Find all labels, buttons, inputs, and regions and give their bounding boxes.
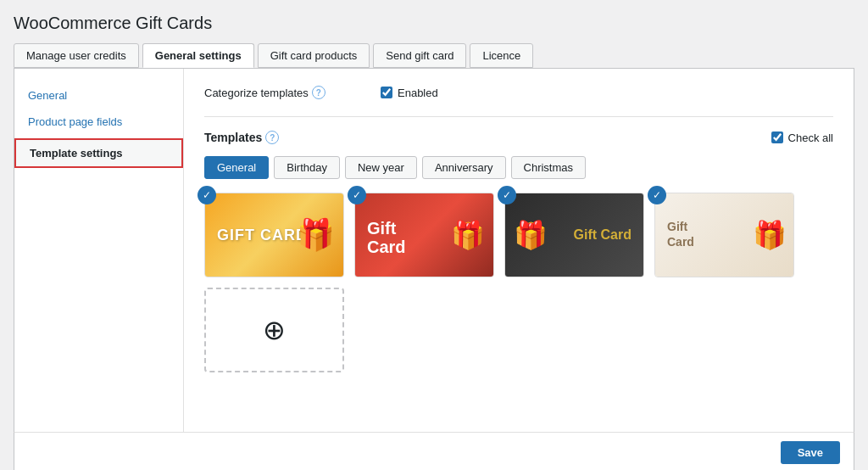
tab-general-settings[interactable]: General settings: [142, 43, 254, 68]
cat-btn-new-year[interactable]: New year: [345, 156, 417, 179]
card-yellow: GIFT CARD 🎁: [205, 193, 343, 277]
check-all-text: Check all: [788, 131, 833, 144]
card-red: GiftCard 🎁: [355, 193, 493, 277]
categorize-templates-row: Categorize templates ? Enabled: [204, 86, 833, 99]
tabs-bar: Manage user credits General settings Gif…: [14, 43, 854, 68]
card-inner-3: 🎁 Gift Card: [504, 193, 644, 277]
tab-licence[interactable]: Licence: [470, 43, 533, 68]
main-panel: General Product page fields Template set…: [14, 68, 854, 433]
sidebar: General Product page fields Template set…: [14, 69, 184, 432]
content-area: Categorize templates ? Enabled Templates…: [184, 69, 854, 432]
page-title: WooCommerce Gift Cards: [14, 14, 854, 33]
sidebar-item-general[interactable]: General: [14, 82, 183, 109]
add-card-button[interactable]: ⊕: [204, 288, 344, 372]
card-inner-2: GiftCard 🎁: [354, 193, 494, 277]
gift-bow-cream-icon: 🎁: [753, 219, 787, 251]
category-tabs: General Birthday New year Anniversary Ch…: [204, 156, 833, 179]
check-all-label[interactable]: Check all: [771, 131, 833, 144]
add-card-icon: ⊕: [263, 314, 286, 346]
cat-btn-birthday[interactable]: Birthday: [274, 156, 340, 179]
card-dark-text: Gift Card: [574, 227, 632, 243]
card-item-2[interactable]: ✓ GiftCard 🎁: [354, 193, 494, 277]
cat-btn-general[interactable]: General: [204, 156, 269, 179]
categorize-templates-help-icon[interactable]: ?: [312, 86, 326, 99]
enabled-label: Enabled: [398, 87, 438, 99]
cat-btn-anniversary[interactable]: Anniversary: [422, 156, 506, 179]
templates-header: Templates ? Check all: [204, 131, 833, 144]
sidebar-item-product-page-fields[interactable]: Product page fields: [14, 109, 183, 135]
gift-bow-red-icon: 🎁: [451, 219, 485, 251]
cards-grid: ✓ GIFT CARD 🎁 ✓ GiftCard 🎁: [204, 193, 833, 372]
categorize-templates-label: Categorize templates ?: [204, 86, 374, 99]
enabled-checkbox-label[interactable]: Enabled: [381, 87, 438, 99]
card-inner-1: GIFT CARD 🎁: [204, 193, 344, 277]
divider: [204, 116, 833, 117]
card-cream: GiftCard 🎁: [655, 193, 793, 277]
card-cream-text: GiftCard: [667, 219, 694, 249]
tab-manage-user-credits[interactable]: Manage user credits: [14, 43, 139, 68]
gift-bow-yellow-icon: 🎁: [297, 217, 335, 253]
card-item-4[interactable]: ✓ GiftCard 🎁: [654, 193, 794, 277]
cat-btn-christmas[interactable]: Christmas: [511, 156, 587, 179]
card-item-3[interactable]: ✓ 🎁 Gift Card: [504, 193, 644, 277]
card-yellow-text: GIFT CARD: [217, 227, 308, 244]
enabled-checkbox[interactable]: [381, 87, 392, 98]
card-check-1: ✓: [198, 186, 216, 204]
templates-title: Templates ?: [204, 131, 279, 144]
tab-gift-card-products[interactable]: Gift card products: [258, 43, 370, 68]
footer-bar: Save: [14, 432, 854, 470]
card-check-3: ✓: [498, 186, 516, 204]
tab-send-gift-card[interactable]: Send gift card: [373, 43, 466, 68]
templates-help-icon[interactable]: ?: [265, 131, 279, 144]
check-all-checkbox[interactable]: [771, 131, 783, 143]
save-button[interactable]: Save: [781, 441, 840, 464]
card-check-4: ✓: [648, 186, 666, 204]
sidebar-item-template-settings[interactable]: Template settings: [14, 138, 183, 168]
card-red-text: GiftCard: [367, 219, 406, 256]
card-inner-4: GiftCard 🎁: [654, 193, 794, 277]
gift-bow-dark-icon: 🎁: [514, 219, 548, 251]
card-check-2: ✓: [348, 186, 366, 204]
card-dark: 🎁 Gift Card: [505, 193, 643, 277]
card-item-1[interactable]: ✓ GIFT CARD 🎁: [204, 193, 344, 277]
